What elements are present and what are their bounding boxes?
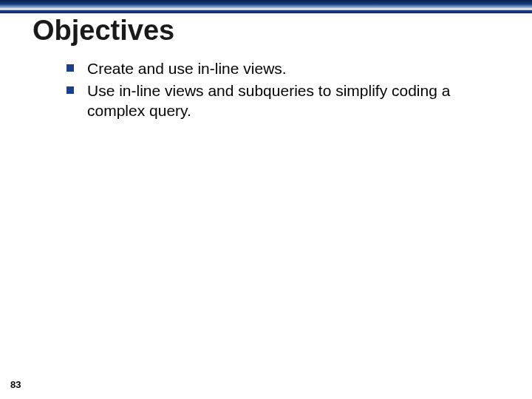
bullet-text: Create and use in-line views.	[87, 59, 287, 78]
slide-title: Objectives	[33, 15, 174, 47]
square-bullet-icon	[66, 86, 74, 94]
content-area: Create and use in-line views. Use in-lin…	[66, 59, 488, 123]
bullet-text: Use in-line views and subqueries to simp…	[87, 81, 488, 120]
list-item: Create and use in-line views.	[66, 59, 488, 78]
banner-decoration	[0, 0, 532, 13]
list-item: Use in-line views and subqueries to simp…	[66, 81, 488, 120]
page-number: 83	[10, 379, 21, 390]
square-bullet-icon	[66, 64, 74, 72]
